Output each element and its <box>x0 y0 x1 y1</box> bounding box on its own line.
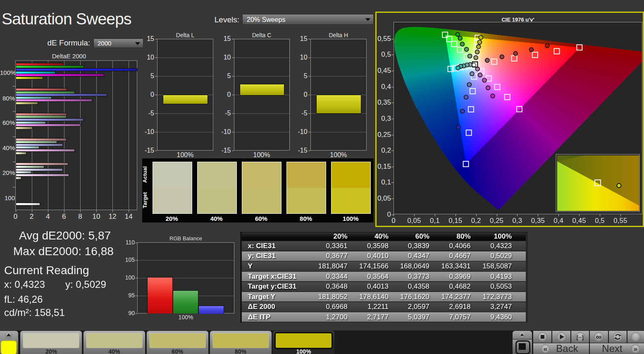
svg-text:Back: Back <box>556 343 578 354</box>
svg-text:∞: ∞ <box>596 332 602 341</box>
svg-text:[··]: [··] <box>577 334 584 340</box>
svg-text:«: « <box>544 345 547 353</box>
svg-text:»: » <box>634 345 637 353</box>
svg-text:Next: Next <box>602 343 623 354</box>
